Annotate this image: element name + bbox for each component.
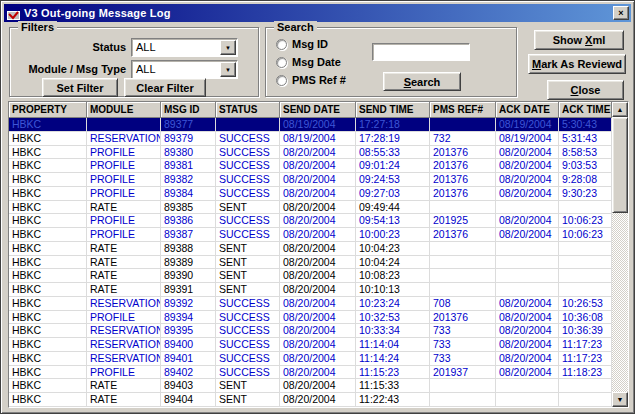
table-cell: SENT [216, 256, 280, 269]
column-header[interactable]: ACK DATE [496, 102, 559, 118]
table-cell: 08/20/2004 [280, 187, 356, 200]
table-row[interactable]: HBKCRATE89388SENT08/20/200410:04:23 [9, 242, 612, 256]
table-cell: PROFILE [87, 214, 161, 227]
scrollbar-thumb[interactable] [612, 117, 628, 213]
table-row[interactable]: HBKCPROFILE89386SUCCESS08/20/200409:54:1… [9, 214, 612, 228]
close-button[interactable]: Close [547, 80, 624, 100]
table-row[interactable]: HBKCRATE89385SENT08/20/200409:49:44 [9, 201, 612, 215]
table-cell: 201376 [430, 173, 496, 186]
table-row[interactable]: HBKCRESERVATION89379SUCCESS08/19/200417:… [9, 132, 612, 146]
table-cell [496, 256, 559, 269]
table-row[interactable]: HBKCPROFILE89387SUCCESS08/20/200410:00:2… [9, 228, 612, 242]
label-part: earch [411, 76, 440, 88]
table-cell: 10:06:23 [559, 228, 612, 241]
radio-msg-id[interactable]: Msg ID [276, 38, 328, 50]
mark-as-reviewed-button[interactable]: Mark As Reviewd [528, 54, 626, 74]
table-cell: 733 [430, 338, 496, 351]
table-cell: 89390 [161, 269, 216, 282]
table-cell: SUCCESS [216, 338, 280, 351]
table-cell: 708 [430, 297, 496, 310]
table-row[interactable]: HBKC8937708/19/200417:27:1808/19/20045:3… [9, 118, 612, 132]
table-row[interactable]: HBKCPROFILE89381SUCCESS08/20/200409:01:2… [9, 159, 612, 173]
vertical-scrollbar[interactable]: ▲ ▼ [612, 102, 628, 407]
table-cell: 5:31:43 [559, 132, 612, 145]
table-cell: PROFILE [87, 228, 161, 241]
table-cell: 89385 [161, 201, 216, 214]
table-cell [216, 118, 280, 131]
table-cell: SENT [216, 269, 280, 282]
label-part: ml [592, 34, 605, 46]
module-type-dropdown[interactable]: ALL ▼ [131, 60, 238, 79]
table-cell [496, 201, 559, 214]
table-cell: RESERVATION [87, 352, 161, 365]
column-header[interactable]: PROPERTY [9, 102, 87, 118]
table-cell: 11:15:33 [356, 379, 430, 392]
table-cell: HBKC [9, 228, 87, 241]
table-cell [430, 256, 496, 269]
table-row[interactable]: HBKCRATE89389SENT08/20/200410:04:24 [9, 256, 612, 270]
table-row[interactable]: HBKCRESERVATION89392SUCCESS08/20/200410:… [9, 297, 612, 311]
table-row[interactable]: HBKCRATE89403SENT08/20/200411:15:33 [9, 379, 612, 393]
table-cell: 10:32:53 [356, 311, 430, 324]
column-header[interactable]: SEND DATE [280, 102, 356, 118]
title-bar[interactable]: V3 Out-going Message Log × [4, 4, 631, 22]
column-header[interactable]: STATUS [216, 102, 280, 118]
table-row[interactable]: HBKCRESERVATION89400SUCCESS08/20/200411:… [9, 338, 612, 352]
table-cell: 10:06:23 [559, 214, 612, 227]
table-cell: PROFILE [87, 146, 161, 159]
show-xml-button[interactable]: Show Xml [534, 30, 624, 50]
table-cell: 08/20/2004 [496, 214, 559, 227]
table-row[interactable]: HBKCPROFILE89384SUCCESS08/20/200409:27:0… [9, 187, 612, 201]
table-row[interactable]: HBKCRATE89404SENT08/20/200411:22:43 [9, 393, 612, 407]
table-row[interactable]: HBKCRATE89390SENT08/20/200410:08:23 [9, 269, 612, 283]
chevron-down-icon[interactable]: ▼ [220, 40, 236, 55]
table-cell: HBKC [9, 283, 87, 296]
chevron-down-icon[interactable]: ▼ [220, 62, 236, 77]
table-cell [559, 242, 612, 255]
radio-pms-ref[interactable]: PMS Ref # [276, 74, 346, 86]
column-header[interactable]: MSG ID [161, 102, 216, 118]
table-cell: SENT [216, 283, 280, 296]
column-header[interactable]: SEND TIME [356, 102, 430, 118]
clear-filter-button[interactable]: Clear Filter [124, 78, 206, 97]
column-header[interactable]: PMS REF# [430, 102, 496, 118]
table-row[interactable]: HBKCRATE89391SENT08/20/200410:10:13 [9, 283, 612, 297]
column-header[interactable]: ACK TIME [559, 102, 612, 118]
set-filter-button[interactable]: Set Filter [42, 78, 118, 97]
search-button[interactable]: Search [383, 72, 461, 91]
table-cell: 08/20/2004 [280, 228, 356, 241]
table-cell: HBKC [9, 146, 87, 159]
app-window: V3 Out-going Message Log × Filters Statu… [0, 0, 635, 414]
table-cell: 732 [430, 132, 496, 145]
table-cell [496, 269, 559, 282]
search-input[interactable] [372, 43, 470, 61]
table-cell: 10:23:24 [356, 297, 430, 310]
table-cell: RESERVATION [87, 297, 161, 310]
table-cell: 89400 [161, 338, 216, 351]
table-cell: SUCCESS [216, 311, 280, 324]
scroll-down-icon[interactable]: ▼ [612, 392, 628, 407]
table-cell [496, 379, 559, 392]
scroll-up-icon[interactable]: ▲ [612, 102, 628, 117]
table-row[interactable]: HBKCPROFILE89402SUCCESS08/20/200411:15:2… [9, 366, 612, 380]
table-cell: SUCCESS [216, 297, 280, 310]
table-cell [430, 379, 496, 392]
table-row[interactable]: HBKCPROFILE89382SUCCESS08/20/200409:24:5… [9, 173, 612, 187]
table-row[interactable]: HBKCRESERVATION89401SUCCESS08/20/200411:… [9, 352, 612, 366]
table-cell: 10:00:23 [356, 228, 430, 241]
label-accel: S [404, 76, 411, 88]
radio-msg-date[interactable]: Msg Date [276, 56, 341, 68]
close-icon[interactable]: × [613, 6, 629, 20]
table-row[interactable]: HBKCPROFILE89394SUCCESS08/20/200410:32:5… [9, 311, 612, 325]
table-cell: 17:27:18 [356, 118, 430, 131]
table-cell: PROFILE [87, 173, 161, 186]
table-cell: HBKC [9, 366, 87, 379]
table-cell: 10:04:23 [356, 242, 430, 255]
table-row[interactable]: HBKCPROFILE89380SUCCESS08/20/200408:55:3… [9, 146, 612, 160]
table-row[interactable]: HBKCRESERVATION89395SUCCESS08/20/200410:… [9, 324, 612, 338]
column-header[interactable]: MODULE [87, 102, 161, 118]
table-cell: SUCCESS [216, 187, 280, 200]
table-cell: 08/20/2004 [280, 201, 356, 214]
status-dropdown[interactable]: ALL ▼ [131, 38, 238, 57]
table-cell: 89377 [161, 118, 216, 131]
